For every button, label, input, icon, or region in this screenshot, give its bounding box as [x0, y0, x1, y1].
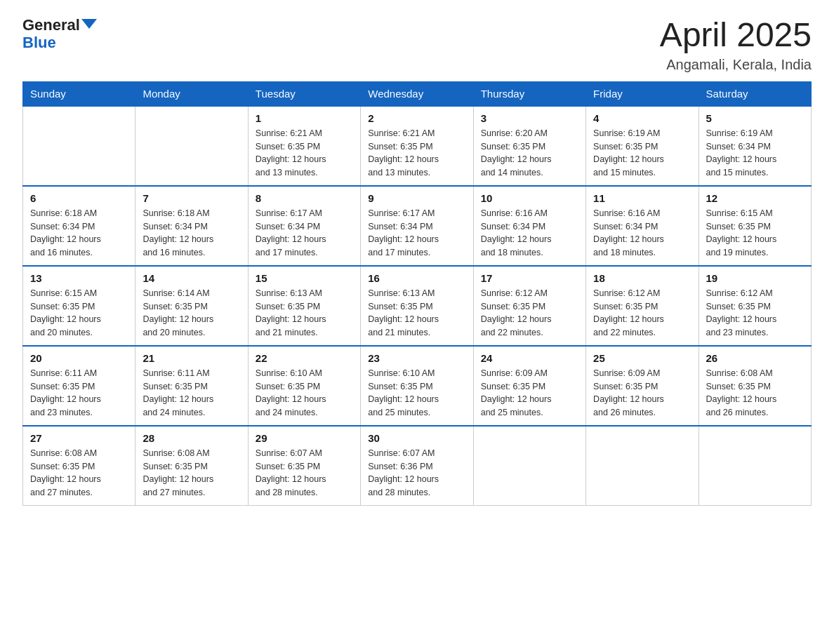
day-info: Sunrise: 6:12 AMSunset: 6:35 PMDaylight:…	[481, 287, 578, 340]
day-info: Sunrise: 6:08 AMSunset: 6:35 PMDaylight:…	[706, 367, 804, 420]
calendar-title: April 2025	[660, 17, 812, 54]
calendar-cell: 25Sunrise: 6:09 AMSunset: 6:35 PMDayligh…	[586, 346, 699, 426]
day-info: Sunrise: 6:13 AMSunset: 6:35 PMDaylight:…	[368, 287, 465, 340]
calendar-cell: 27Sunrise: 6:08 AMSunset: 6:35 PMDayligh…	[23, 426, 135, 506]
calendar-cell: 24Sunrise: 6:09 AMSunset: 6:35 PMDayligh…	[473, 346, 585, 426]
day-info: Sunrise: 6:17 AMSunset: 6:34 PMDaylight:…	[368, 207, 465, 260]
logo: General Blue	[22, 17, 97, 52]
page-header: General Blue April 2025 Angamali, Kerala…	[22, 17, 812, 73]
weekday-header-row: SundayMondayTuesdayWednesdayThursdayFrid…	[23, 81, 812, 106]
weekday-header-saturday: Saturday	[699, 81, 811, 106]
calendar-cell: 20Sunrise: 6:11 AMSunset: 6:35 PMDayligh…	[23, 346, 135, 426]
day-number: 22	[256, 352, 353, 364]
day-number: 20	[30, 352, 128, 364]
calendar-cell: 1Sunrise: 6:21 AMSunset: 6:35 PMDaylight…	[248, 106, 360, 186]
day-number: 29	[256, 432, 353, 444]
calendar-cell: 6Sunrise: 6:18 AMSunset: 6:34 PMDaylight…	[23, 186, 135, 266]
week-row-3: 13Sunrise: 6:15 AMSunset: 6:35 PMDayligh…	[23, 266, 812, 346]
day-info: Sunrise: 6:15 AMSunset: 6:35 PMDaylight:…	[30, 287, 128, 340]
calendar-cell	[699, 426, 811, 506]
day-number: 8	[256, 192, 353, 204]
day-number: 14	[143, 272, 240, 284]
weekday-header-tuesday: Tuesday	[248, 81, 360, 106]
day-number: 1	[256, 112, 353, 124]
day-info: Sunrise: 6:16 AMSunset: 6:34 PMDaylight:…	[593, 207, 691, 260]
day-number: 6	[30, 192, 128, 204]
day-number: 11	[593, 192, 691, 204]
day-number: 3	[481, 112, 578, 124]
day-number: 13	[30, 272, 128, 284]
day-number: 23	[368, 352, 465, 364]
day-number: 5	[706, 112, 804, 124]
calendar-cell: 22Sunrise: 6:10 AMSunset: 6:35 PMDayligh…	[248, 346, 360, 426]
day-info: Sunrise: 6:11 AMSunset: 6:35 PMDaylight:…	[143, 367, 240, 420]
day-info: Sunrise: 6:08 AMSunset: 6:35 PMDaylight:…	[30, 447, 128, 499]
day-info: Sunrise: 6:09 AMSunset: 6:35 PMDaylight:…	[593, 367, 691, 420]
day-info: Sunrise: 6:09 AMSunset: 6:35 PMDaylight:…	[481, 367, 578, 420]
day-number: 27	[30, 432, 128, 444]
calendar-cell: 23Sunrise: 6:10 AMSunset: 6:35 PMDayligh…	[361, 346, 473, 426]
day-info: Sunrise: 6:12 AMSunset: 6:35 PMDaylight:…	[593, 287, 691, 340]
day-info: Sunrise: 6:18 AMSunset: 6:34 PMDaylight:…	[30, 207, 128, 260]
day-number: 21	[143, 352, 240, 364]
calendar-table: SundayMondayTuesdayWednesdayThursdayFrid…	[22, 81, 812, 506]
week-row-4: 20Sunrise: 6:11 AMSunset: 6:35 PMDayligh…	[23, 346, 812, 426]
calendar-cell: 8Sunrise: 6:17 AMSunset: 6:34 PMDaylight…	[248, 186, 360, 266]
day-info: Sunrise: 6:07 AMSunset: 6:36 PMDaylight:…	[368, 447, 465, 499]
calendar-cell: 12Sunrise: 6:15 AMSunset: 6:35 PMDayligh…	[699, 186, 811, 266]
day-info: Sunrise: 6:08 AMSunset: 6:35 PMDaylight:…	[143, 447, 240, 499]
calendar-cell	[135, 106, 248, 186]
day-info: Sunrise: 6:19 AMSunset: 6:35 PMDaylight:…	[593, 127, 691, 180]
calendar-cell: 28Sunrise: 6:08 AMSunset: 6:35 PMDayligh…	[135, 426, 248, 506]
day-number: 16	[368, 272, 465, 284]
day-info: Sunrise: 6:10 AMSunset: 6:35 PMDaylight:…	[256, 367, 353, 420]
weekday-header-monday: Monday	[135, 81, 248, 106]
calendar-cell: 14Sunrise: 6:14 AMSunset: 6:35 PMDayligh…	[135, 266, 248, 346]
calendar-cell: 2Sunrise: 6:21 AMSunset: 6:35 PMDaylight…	[361, 106, 473, 186]
day-info: Sunrise: 6:13 AMSunset: 6:35 PMDaylight:…	[256, 287, 353, 340]
calendar-cell: 19Sunrise: 6:12 AMSunset: 6:35 PMDayligh…	[699, 266, 811, 346]
calendar-subtitle: Angamali, Kerala, India	[660, 57, 812, 73]
calendar-cell: 11Sunrise: 6:16 AMSunset: 6:34 PMDayligh…	[586, 186, 699, 266]
calendar-cell: 21Sunrise: 6:11 AMSunset: 6:35 PMDayligh…	[135, 346, 248, 426]
day-info: Sunrise: 6:15 AMSunset: 6:35 PMDaylight:…	[706, 207, 804, 260]
day-number: 26	[706, 352, 804, 364]
title-block: April 2025 Angamali, Kerala, India	[660, 17, 812, 73]
day-info: Sunrise: 6:21 AMSunset: 6:35 PMDaylight:…	[256, 127, 353, 180]
weekday-header-thursday: Thursday	[473, 81, 585, 106]
calendar-cell: 17Sunrise: 6:12 AMSunset: 6:35 PMDayligh…	[473, 266, 585, 346]
day-info: Sunrise: 6:18 AMSunset: 6:34 PMDaylight:…	[143, 207, 240, 260]
calendar-cell: 7Sunrise: 6:18 AMSunset: 6:34 PMDaylight…	[135, 186, 248, 266]
logo-general-text: General	[22, 17, 80, 34]
day-number: 15	[256, 272, 353, 284]
day-info: Sunrise: 6:14 AMSunset: 6:35 PMDaylight:…	[143, 287, 240, 340]
calendar-cell: 16Sunrise: 6:13 AMSunset: 6:35 PMDayligh…	[361, 266, 473, 346]
day-number: 24	[481, 352, 578, 364]
week-row-1: 1Sunrise: 6:21 AMSunset: 6:35 PMDaylight…	[23, 106, 812, 186]
logo-triangle-icon	[81, 19, 97, 29]
calendar-cell: 18Sunrise: 6:12 AMSunset: 6:35 PMDayligh…	[586, 266, 699, 346]
day-info: Sunrise: 6:11 AMSunset: 6:35 PMDaylight:…	[30, 367, 128, 420]
day-number: 17	[481, 272, 578, 284]
day-info: Sunrise: 6:07 AMSunset: 6:35 PMDaylight:…	[256, 447, 353, 499]
calendar-cell: 10Sunrise: 6:16 AMSunset: 6:34 PMDayligh…	[473, 186, 585, 266]
calendar-cell: 5Sunrise: 6:19 AMSunset: 6:34 PMDaylight…	[699, 106, 811, 186]
calendar-cell: 4Sunrise: 6:19 AMSunset: 6:35 PMDaylight…	[586, 106, 699, 186]
day-number: 9	[368, 192, 465, 204]
calendar-cell: 29Sunrise: 6:07 AMSunset: 6:35 PMDayligh…	[248, 426, 360, 506]
day-number: 7	[143, 192, 240, 204]
day-number: 25	[593, 352, 691, 364]
day-number: 18	[593, 272, 691, 284]
day-number: 10	[481, 192, 578, 204]
calendar-cell	[586, 426, 699, 506]
calendar-cell: 3Sunrise: 6:20 AMSunset: 6:35 PMDaylight…	[473, 106, 585, 186]
calendar-cell: 15Sunrise: 6:13 AMSunset: 6:35 PMDayligh…	[248, 266, 360, 346]
day-number: 2	[368, 112, 465, 124]
day-number: 30	[368, 432, 465, 444]
calendar-cell: 30Sunrise: 6:07 AMSunset: 6:36 PMDayligh…	[361, 426, 473, 506]
calendar-cell: 13Sunrise: 6:15 AMSunset: 6:35 PMDayligh…	[23, 266, 135, 346]
calendar-cell	[23, 106, 135, 186]
day-info: Sunrise: 6:21 AMSunset: 6:35 PMDaylight:…	[368, 127, 465, 180]
day-number: 19	[706, 272, 804, 284]
day-info: Sunrise: 6:19 AMSunset: 6:34 PMDaylight:…	[706, 127, 804, 180]
